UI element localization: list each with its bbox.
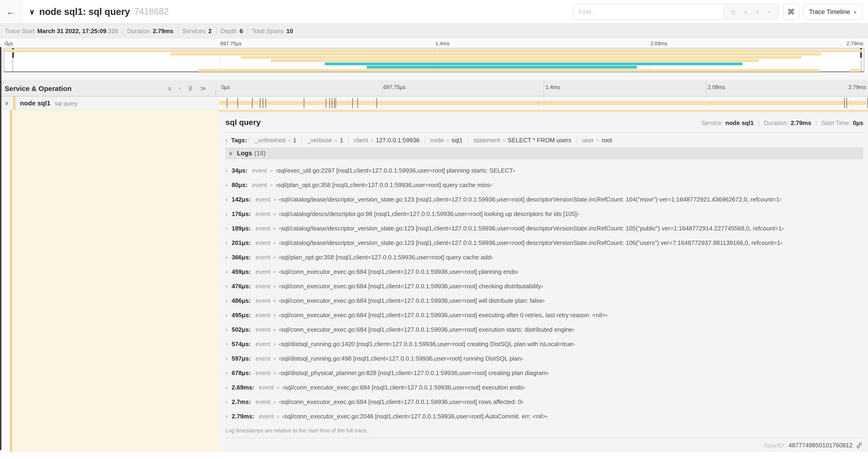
span-log-marker[interactable]: [260, 98, 260, 108]
tags-row[interactable]: › Tags: _unfinished=1_verbose=1client=12…: [219, 133, 868, 146]
service-label: Service:: [701, 120, 723, 126]
span-log-marker[interactable]: [844, 98, 845, 108]
tag-_unfinished[interactable]: _unfinished=1: [249, 137, 302, 144]
log-entry-8[interactable]: ›476μs:event=‹sql/conn_executor_exec.go:…: [225, 279, 868, 293]
back-button[interactable]: ←: [0, 0, 22, 23]
span-log-marker[interactable]: [377, 98, 377, 108]
chevron-right-icon[interactable]: ›: [225, 384, 227, 391]
log-value: ‹sql/plan_opt.go:358 [nsql1,client=127.0…: [279, 254, 493, 261]
log-entry-5[interactable]: ›201μs:event=‹sql/catalog/lease/descript…: [225, 236, 868, 250]
chevron-right-icon[interactable]: ›: [225, 239, 227, 246]
deep-link-icon[interactable]: [856, 442, 862, 449]
span-log-marker[interactable]: [332, 98, 332, 108]
chevron-right-icon[interactable]: ›: [225, 312, 227, 319]
log-timestamp: 502μs:: [232, 326, 251, 333]
log-entry-14[interactable]: ›678μs:event=‹sql/distsql_physical_plann…: [225, 366, 868, 380]
tag-key: statement: [473, 137, 500, 144]
log-timestamp: 201μs:: [232, 239, 251, 246]
keyboard-shortcuts-button[interactable]: ⌘: [783, 4, 799, 20]
span-log-marker[interactable]: [227, 98, 227, 108]
timeline-tick-label: 0μs: [221, 85, 230, 90]
span-log-marker[interactable]: [336, 98, 336, 108]
log-entry-9[interactable]: ›486μs:event=‹sql/conn_executor_exec.go:…: [225, 293, 868, 308]
prev-result-icon[interactable]: ∧: [743, 8, 748, 15]
span-row-name-column[interactable]: ∨ node sql1 sql query: [0, 97, 219, 110]
chevron-right-icon[interactable]: ›: [225, 268, 227, 275]
log-value: ‹sql/conn_executor_exec.go:684 [nsql1,cl…: [279, 326, 575, 333]
expand-all-icon[interactable]: ≫: [200, 85, 206, 92]
log-entry-17[interactable]: ›2.79ms:event=‹sql/conn_executor_exec.go…: [225, 409, 868, 424]
span-log-marker[interactable]: [252, 98, 252, 108]
span-log-marker[interactable]: [326, 98, 326, 108]
chevron-right-icon[interactable]: ›: [225, 225, 227, 232]
chevron-right-icon[interactable]: ›: [225, 210, 227, 217]
span-log-marker[interactable]: [266, 98, 266, 108]
bottom-strip: [0, 452, 868, 459]
log-entry-16[interactable]: ›2.7ms:event=‹sql/conn_executor_exec.go:…: [225, 395, 868, 409]
logs-header[interactable]: ∨ Logs (18): [225, 147, 863, 159]
span-log-marker[interactable]: [304, 98, 305, 108]
clear-search-icon[interactable]: ×: [767, 8, 771, 15]
chevron-right-icon[interactable]: ›: [225, 196, 227, 203]
tag-client[interactable]: client=127.0.0.1:59936: [348, 137, 425, 144]
minimap-canvas[interactable]: [4, 48, 864, 72]
span-log-marker[interactable]: [358, 98, 358, 108]
chevron-right-icon[interactable]: ›: [225, 398, 227, 405]
collapse-one-icon[interactable]: ∨: [167, 85, 172, 92]
log-entry-0[interactable]: ›34μs:event=‹sql/exec_util.go:2297 [nsql…: [225, 163, 868, 178]
log-entry-11[interactable]: ›502μs:event=‹sql/conn_executor_exec.go:…: [225, 322, 868, 337]
chevron-right-icon[interactable]: ›: [225, 254, 227, 261]
column-resizer[interactable]: ∥: [214, 90, 217, 96]
logs-count: (18): [254, 150, 266, 157]
locate-icon[interactable]: ◎: [731, 8, 736, 15]
span-row[interactable]: ∨ node sql1 sql query: [0, 97, 868, 110]
chevron-right-icon[interactable]: ›: [225, 326, 227, 333]
tag-statement[interactable]: statement=SELECT * FROM users: [468, 137, 577, 144]
chevron-right-icon[interactable]: ›: [225, 297, 227, 304]
log-equals: =: [273, 356, 276, 361]
log-entry-2[interactable]: ›142μs:event=‹sql/catalog/lease/descript…: [225, 192, 868, 207]
log-entry-15[interactable]: ›2.69ms:event=‹sql/conn_executor_exec.go…: [225, 380, 868, 395]
log-equals: =: [273, 370, 276, 376]
trace-title-collapse-icon[interactable]: ∨: [29, 7, 35, 16]
chevron-right-icon[interactable]: ›: [225, 137, 227, 144]
log-entry-3[interactable]: ›176μs:event=‹sql/catalog/descs/descript…: [225, 207, 868, 221]
chevron-right-icon[interactable]: ›: [225, 182, 227, 189]
span-log-marker[interactable]: [334, 98, 334, 108]
trace-info-value: 6: [240, 27, 243, 34]
span-log-marker[interactable]: [238, 98, 238, 108]
span-collapse-icon[interactable]: ∨: [5, 100, 9, 106]
collapse-all-icon[interactable]: ≫: [187, 85, 194, 91]
find-input[interactable]: [574, 4, 723, 19]
log-entry-4[interactable]: ›189μs:event=‹sql/catalog/lease/descript…: [225, 221, 868, 236]
chevron-right-icon[interactable]: ›: [225, 167, 227, 174]
chevron-right-icon[interactable]: ›: [225, 340, 227, 348]
log-entry-7[interactable]: ›459μs:event=‹sql/conn_executor_exec.go:…: [225, 264, 868, 279]
log-equals: =: [273, 197, 276, 202]
chevron-right-icon[interactable]: ›: [225, 413, 227, 420]
span-duration-bar[interactable]: [219, 101, 867, 105]
span-log-marker[interactable]: [263, 98, 263, 108]
log-entry-13[interactable]: ›597μs:event=‹sql/distsql_running.go:498…: [225, 351, 868, 366]
log-field-name: event: [255, 369, 271, 376]
log-entry-6[interactable]: ›366μs:event=‹sql/plan_opt.go:358 [nsql1…: [225, 250, 868, 264]
log-equals: =: [273, 399, 276, 405]
span-log-marker[interactable]: [352, 98, 353, 108]
span-log-marker[interactable]: [846, 98, 847, 108]
expand-one-icon[interactable]: ›: [179, 85, 181, 92]
tag-node[interactable]: node=sql1: [425, 137, 468, 144]
next-result-icon[interactable]: ∨: [755, 8, 760, 15]
chevron-right-icon[interactable]: ›: [225, 369, 227, 376]
span-log-marker[interactable]: [330, 98, 330, 108]
log-entry-12[interactable]: ›574μs:event=‹sql/distsql_running.go:142…: [225, 337, 868, 351]
chevron-right-icon[interactable]: ›: [225, 355, 227, 362]
tag-_verbose[interactable]: _verbose=1: [302, 137, 348, 144]
span-row-timeline[interactable]: [219, 97, 868, 110]
log-entry-1[interactable]: ›80μs:event=‹sql/plan_opt.go:358 [nsql1,…: [225, 178, 868, 192]
span-operation-name: sql query: [55, 100, 77, 107]
log-entry-10[interactable]: ›495μs:event=‹sql/conn_executor_exec.go:…: [225, 308, 868, 322]
trace-view-selector[interactable]: Trace Timeline ∨: [803, 4, 862, 20]
trace-info-item-4: Total Spans10: [247, 27, 297, 34]
tag-user[interactable]: user=root: [576, 137, 617, 144]
chevron-right-icon[interactable]: ›: [225, 283, 227, 290]
